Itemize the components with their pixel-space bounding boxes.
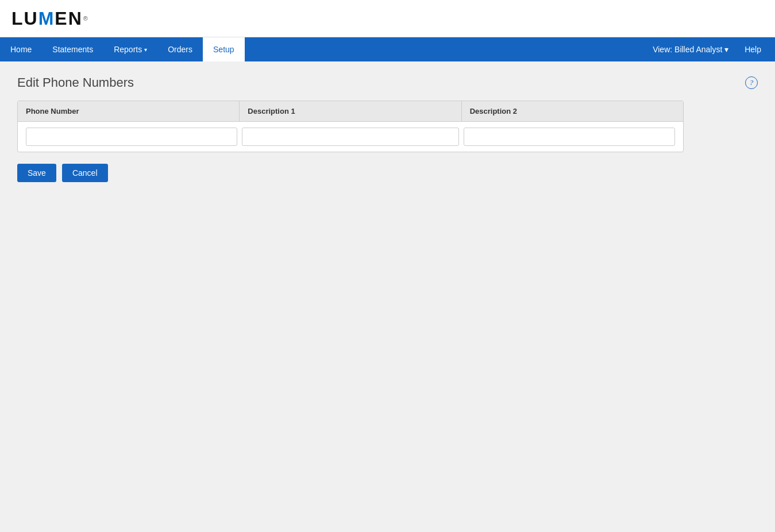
phone-cell xyxy=(24,128,240,146)
column-header-desc1: Description 1 xyxy=(240,101,461,121)
logo-registered: ® xyxy=(83,15,88,22)
reports-dropdown-icon: ▾ xyxy=(144,47,147,53)
save-button[interactable]: Save xyxy=(17,164,56,182)
navbar-left: Home Statements Reports ▾ Orders Setup xyxy=(0,37,639,61)
help-circle-icon[interactable]: ? xyxy=(745,76,758,89)
column-header-phone: Phone Number xyxy=(18,101,240,121)
navbar-right: View: Billed Analyst ▾ Help xyxy=(639,37,775,61)
desc1-cell xyxy=(240,128,462,146)
nav-statements[interactable]: Statements xyxy=(42,37,103,61)
main-content: Edit Phone Numbers ? Phone Number Descri… xyxy=(0,61,775,532)
navbar: Home Statements Reports ▾ Orders Setup V… xyxy=(0,37,775,61)
nav-orders[interactable]: Orders xyxy=(157,37,203,61)
cancel-button[interactable]: Cancel xyxy=(62,164,108,182)
nav-home[interactable]: Home xyxy=(0,37,42,61)
phone-number-input[interactable] xyxy=(26,128,237,146)
nav-help[interactable]: Help xyxy=(740,45,766,54)
form-table-header: Phone Number Description 1 Description 2 xyxy=(18,101,683,122)
nav-view-billed-analyst[interactable]: View: Billed Analyst ▾ xyxy=(648,45,733,54)
button-row: Save Cancel xyxy=(17,164,758,182)
logo: LUMEN ® xyxy=(11,8,88,29)
column-header-desc2: Description 2 xyxy=(462,101,683,121)
form-table-row xyxy=(18,122,683,152)
description2-input[interactable] xyxy=(464,128,675,146)
page-title-row: Edit Phone Numbers ? xyxy=(17,75,758,90)
logo-text: LUMEN xyxy=(11,8,83,29)
desc2-cell xyxy=(461,128,677,146)
header: LUMEN ® xyxy=(0,0,775,37)
view-dropdown-icon: ▾ xyxy=(724,45,728,54)
form-table: Phone Number Description 1 Description 2 xyxy=(17,101,684,152)
nav-reports[interactable]: Reports ▾ xyxy=(103,37,157,61)
nav-setup[interactable]: Setup xyxy=(203,37,245,61)
page-title: Edit Phone Numbers xyxy=(17,75,134,90)
description1-input[interactable] xyxy=(242,128,460,146)
